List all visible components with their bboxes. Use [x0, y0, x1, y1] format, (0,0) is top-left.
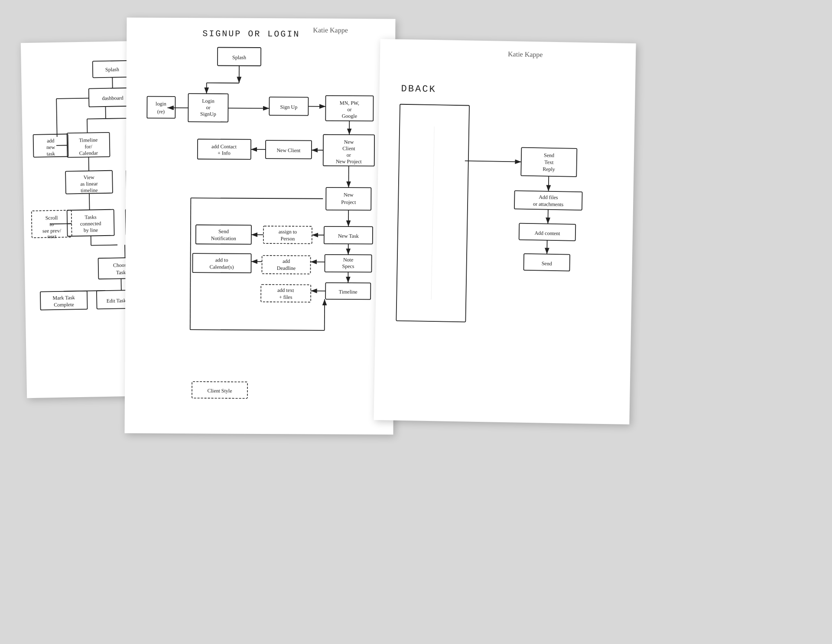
svg-text:Tasks: Tasks — [84, 214, 97, 220]
svg-text:Deadline: Deadline — [277, 265, 296, 271]
svg-text:add Contact: add Contact — [211, 143, 237, 149]
svg-text:or: or — [347, 152, 351, 158]
svg-text:for/: for/ — [84, 143, 92, 149]
svg-text:Client Style: Client Style — [207, 388, 232, 394]
svg-line-147 — [190, 330, 325, 330]
svg-text:DBACK: DBACK — [401, 84, 436, 95]
svg-text:Splash: Splash — [232, 54, 246, 60]
svg-text:Calendar: Calendar — [79, 150, 98, 156]
svg-text:Reply: Reply — [543, 166, 555, 172]
svg-text:+ Info: + Info — [218, 150, 231, 156]
svg-text:Login: Login — [202, 98, 214, 104]
svg-line-14 — [56, 99, 57, 137]
svg-text:timeline: timeline — [81, 187, 98, 194]
svg-text:Add files: Add files — [539, 194, 558, 201]
svg-rect-86 — [147, 97, 175, 118]
svg-line-69 — [64, 291, 105, 291]
svg-text:Edit Task: Edit Task — [107, 298, 127, 304]
svg-text:Katie Kappe: Katie Kappe — [508, 50, 543, 58]
svg-text:by line: by line — [84, 227, 98, 233]
svg-text:add to: add to — [215, 257, 228, 263]
svg-text:Send: Send — [544, 152, 554, 158]
svg-text:Complete: Complete — [54, 301, 74, 308]
svg-text:MN, PW,: MN, PW, — [340, 100, 359, 106]
svg-text:Task: Task — [116, 269, 126, 275]
svg-line-163 — [547, 240, 547, 254]
svg-text:Text: Text — [544, 159, 554, 165]
svg-line-145 — [191, 198, 323, 199]
svg-line-7 — [87, 118, 126, 119]
svg-line-30 — [89, 194, 90, 210]
svg-text:New Client: New Client — [276, 147, 301, 153]
svg-text:task: task — [47, 151, 55, 157]
svg-text:or: or — [206, 104, 210, 110]
svg-line-146 — [190, 198, 191, 330]
svg-text:View: View — [84, 174, 95, 180]
svg-text:dashboard: dashboard — [102, 95, 124, 101]
svg-text:Project: Project — [341, 199, 356, 205]
svg-text:(re): (re) — [157, 109, 165, 115]
svg-text:Google: Google — [342, 113, 357, 119]
svg-text:SignUp: SignUp — [200, 111, 216, 117]
svg-text:Scroll: Scroll — [45, 215, 58, 221]
svg-text:Notification: Notification — [211, 235, 236, 241]
svg-text:assign to: assign to — [279, 229, 297, 235]
svg-line-160 — [548, 210, 548, 224]
svg-line-56 — [125, 245, 125, 258]
svg-text:Calendar(s): Calendar(s) — [209, 264, 234, 270]
svg-text:Specs: Specs — [342, 263, 354, 269]
svg-text:Send: Send — [218, 228, 229, 234]
svg-text:add: add — [283, 258, 290, 264]
svg-text:next: next — [47, 233, 57, 239]
svg-text:new: new — [46, 144, 55, 150]
svg-text:Note: Note — [343, 257, 353, 263]
svg-text:SIGNUP OR LOGIN: SIGNUP OR LOGIN — [202, 29, 300, 39]
svg-text:Sign Up: Sign Up — [280, 104, 298, 110]
svg-text:Splash: Splash — [105, 66, 119, 73]
svg-text:as linear: as linear — [80, 181, 98, 187]
svg-line-156 — [549, 176, 549, 191]
svg-text:+ files: + files — [279, 294, 292, 300]
svg-text:or attachments: or attachments — [533, 201, 564, 207]
svg-line-53 — [91, 245, 117, 246]
svg-text:Timeline: Timeline — [339, 289, 358, 295]
svg-text:New Project: New Project — [336, 159, 362, 165]
svg-line-42 — [50, 223, 72, 224]
svg-line-8 — [87, 119, 88, 133]
svg-text:Person: Person — [280, 236, 295, 242]
paper-middle: SIGNUP OR LOGIN Katie Kappe Splash Login… — [124, 17, 395, 434]
svg-text:Timeline: Timeline — [79, 137, 98, 143]
svg-text:Send: Send — [542, 260, 552, 266]
svg-text:Add content: Add content — [534, 230, 560, 236]
svg-line-168 — [431, 126, 434, 300]
svg-text:Katie Kappe: Katie Kappe — [313, 26, 348, 34]
svg-text:New: New — [344, 192, 354, 198]
svg-line-13 — [56, 98, 89, 99]
svg-text:Client: Client — [342, 146, 355, 152]
svg-line-20 — [89, 157, 89, 171]
svg-text:add: add — [47, 138, 55, 144]
svg-text:or: or — [347, 107, 351, 113]
svg-text:add text: add text — [277, 287, 294, 293]
svg-line-166 — [465, 161, 521, 162]
svg-text:connected: connected — [80, 220, 101, 227]
paper-right: Katie Kappe DBACK Send Text Reply Add fi… — [374, 39, 636, 424]
svg-text:Mark Task: Mark Task — [52, 294, 75, 301]
svg-text:New Task: New Task — [338, 233, 359, 239]
svg-text:New: New — [344, 139, 354, 145]
svg-text:login: login — [156, 100, 166, 107]
